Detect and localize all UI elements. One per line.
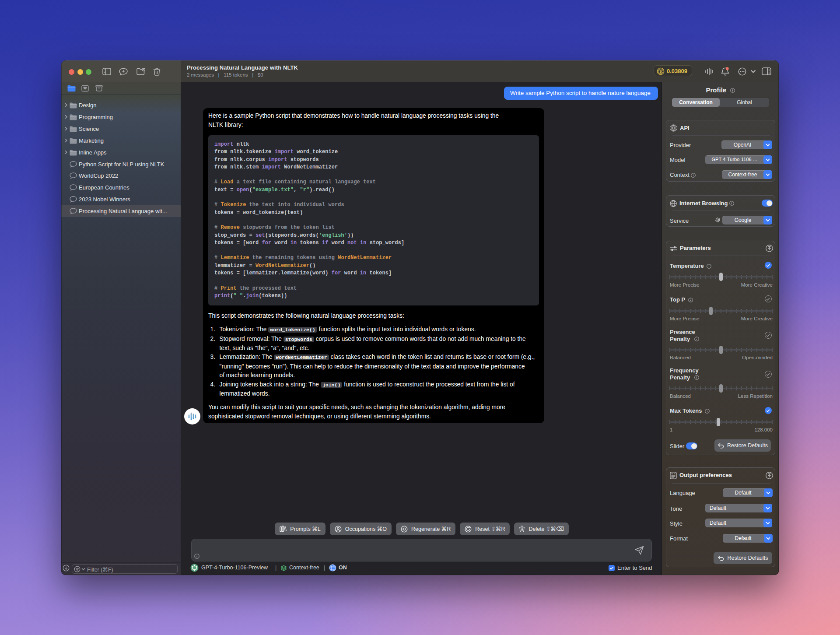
svg-text:$: $ [659, 69, 662, 74]
